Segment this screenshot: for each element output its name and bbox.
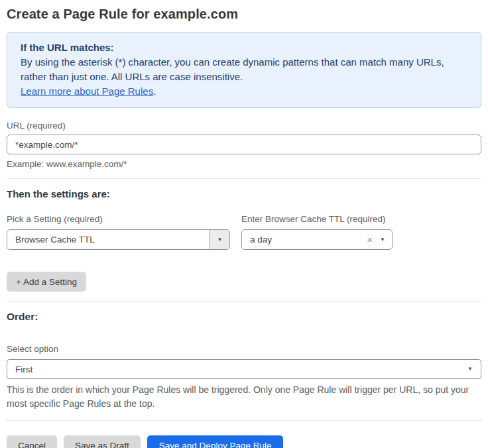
order-section-heading: Order: xyxy=(7,311,481,323)
setting-picker-arrow-section[interactable]: ▼ xyxy=(210,230,229,249)
divider xyxy=(7,302,481,302)
url-matches-info-box: If the URL matches: By using the asteris… xyxy=(7,32,481,108)
ttl-picker-select[interactable]: a day × ▼ xyxy=(241,229,393,250)
setting-picker-value: Browser Cache TTL xyxy=(7,230,210,249)
setting-picker-select[interactable]: Browser Cache TTL ▼ xyxy=(7,229,230,250)
save-as-draft-button[interactable]: Save as Draft xyxy=(64,435,141,448)
info-box-heading: If the URL matches: xyxy=(21,40,467,55)
settings-row: Pick a Setting (required) Browser Cache … xyxy=(7,214,481,250)
clear-icon[interactable]: × xyxy=(364,234,379,245)
order-select-label: Select option xyxy=(7,344,481,354)
create-page-rule-form: Create a Page Rule for example.com If th… xyxy=(0,0,488,448)
chevron-down-icon: ▼ xyxy=(467,366,473,372)
ttl-picker-label: Enter Browser Cache TTL (required) xyxy=(241,214,393,224)
divider xyxy=(7,178,481,179)
save-and-deploy-button[interactable]: Save and Deploy Page Rule xyxy=(147,435,284,448)
chevron-down-icon: ▼ xyxy=(379,237,385,243)
page-title: Create a Page Rule for example.com xyxy=(7,7,481,22)
url-input[interactable] xyxy=(7,135,481,154)
ttl-picker-value: a day xyxy=(250,235,364,245)
divider xyxy=(7,420,481,421)
cancel-button[interactable]: Cancel xyxy=(7,435,57,448)
learn-more-link[interactable]: Learn more about Page Rules xyxy=(21,85,153,97)
ttl-picker-column: Enter Browser Cache TTL (required) a day… xyxy=(241,214,393,250)
info-box-body: By using the asterisk (*) character, you… xyxy=(21,55,467,84)
url-example-helper: Example: www.example.com/* xyxy=(7,159,481,169)
order-helper-text: This is the order in which your Page Rul… xyxy=(7,383,481,411)
order-selected-value: First xyxy=(15,364,467,374)
setting-picker-column: Pick a Setting (required) Browser Cache … xyxy=(7,214,230,250)
link-suffix: . xyxy=(153,85,156,97)
url-field-label: URL (required) xyxy=(7,121,481,131)
footer-actions: Cancel Save as Draft Save and Deploy Pag… xyxy=(7,435,481,448)
setting-picker-label: Pick a Setting (required) xyxy=(7,214,230,224)
chevron-down-icon: ▼ xyxy=(217,237,223,243)
settings-section-heading: Then the settings are: xyxy=(7,188,481,199)
info-box-link-line: Learn more about Page Rules. xyxy=(21,84,467,99)
order-select[interactable]: First ▼ xyxy=(7,359,481,379)
add-setting-button[interactable]: + Add a Setting xyxy=(7,272,86,292)
